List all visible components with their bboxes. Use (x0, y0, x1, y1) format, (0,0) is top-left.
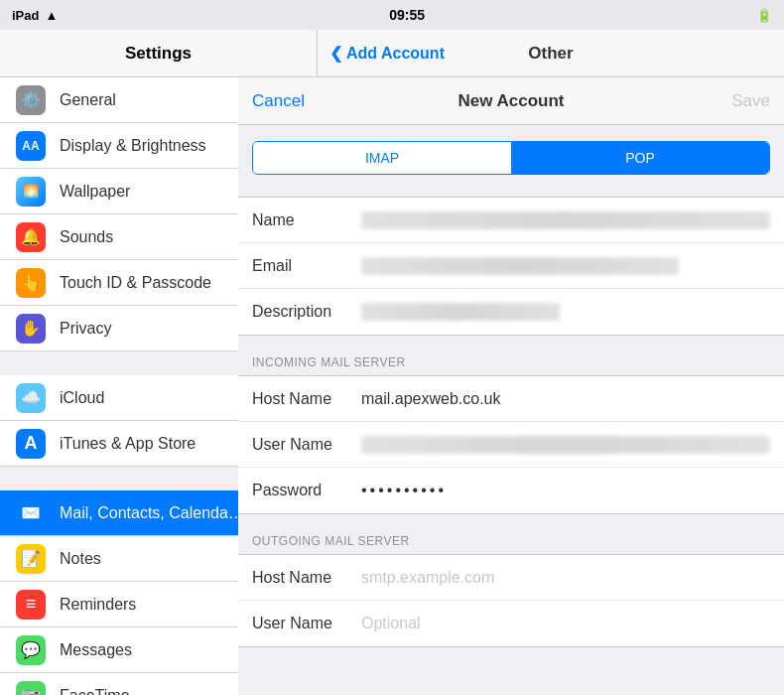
name-label: Name (252, 211, 361, 229)
save-button[interactable]: Save (731, 91, 770, 111)
add-account-back-button[interactable]: ❮ Add Account (329, 44, 445, 63)
incoming-section-label: INCOMING MAIL SERVER (238, 348, 784, 375)
general-icon: ⚙️ (16, 85, 46, 115)
modal-nav-bar: Cancel New Account Save (238, 77, 784, 125)
outgoing-section-label: OUTGOING MAIL SERVER (238, 526, 784, 554)
status-bar: iPad ▲ 09:55 🔋 (0, 0, 784, 30)
sidebar-label-general: General (60, 91, 116, 109)
wallpaper-icon: 🌅 (16, 177, 46, 207)
sidebar-label-display: Display & Brightness (60, 137, 206, 155)
sidebar-label-touchid: Touch ID & Passcode (60, 274, 211, 292)
sidebar-label-icloud: iCloud (60, 389, 104, 407)
sidebar-label-notes: Notes (60, 550, 101, 568)
outgoing-section: OUTGOING MAIL SERVER Host Name User Name (238, 526, 784, 647)
outgoing-user-input[interactable] (361, 605, 770, 642)
settings-title: Settings (125, 44, 192, 64)
outgoing-fields-group: Host Name User Name (238, 554, 784, 647)
name-row: Name (238, 198, 784, 243)
sidebar-label-facetime: FaceTime (60, 687, 130, 696)
imap-segment-button[interactable]: IMAP (253, 142, 511, 174)
name-value-blurred (361, 211, 770, 229)
incoming-pass-label: Password (252, 482, 361, 499)
incoming-pass-input[interactable] (361, 472, 770, 509)
touchid-icon: 👆 (16, 268, 46, 298)
incoming-host-row: Host Name (238, 376, 784, 422)
display-icon: AA (16, 131, 46, 161)
mail-icon: ✉️ (16, 498, 46, 528)
back-chevron-icon: ❮ (329, 44, 342, 63)
appstore-icon: A (16, 429, 46, 459)
incoming-fields-group: Host Name User Name Password (238, 375, 784, 514)
nav-right-title: Other (528, 44, 573, 64)
settings-header: Settings (0, 30, 318, 77)
sidebar-label-privacy: Privacy (60, 320, 111, 338)
email-value-blurred (361, 257, 679, 275)
account-info-group: Name Email Description (238, 197, 784, 336)
incoming-section: INCOMING MAIL SERVER Host Name User Name… (238, 348, 784, 514)
outgoing-host-row: Host Name (238, 555, 784, 601)
outgoing-host-input[interactable] (361, 559, 770, 597)
outgoing-host-label: Host Name (252, 569, 361, 587)
modal-overlay: Cancel New Account Save IMAP POP Name (238, 77, 784, 695)
incoming-user-blurred (361, 436, 770, 454)
reminders-icon: ≡ (16, 590, 46, 620)
messages-icon: 💬 (16, 635, 46, 665)
battery-area: 🔋 (756, 8, 772, 23)
sounds-icon: 🔔 (16, 222, 46, 252)
email-row: Email (238, 243, 784, 289)
sidebar-label-mail: Mail, Contacts, Calenda… (60, 504, 244, 522)
outgoing-user-label: User Name (252, 615, 361, 632)
wifi-icon: ▲ (45, 8, 58, 23)
incoming-host-label: Host Name (252, 390, 361, 408)
new-account-modal: Cancel New Account Save IMAP POP Name (238, 77, 784, 695)
description-row: Description (238, 289, 784, 335)
sidebar-label-appstore: iTunes & App Store (60, 435, 196, 453)
status-left: iPad ▲ (12, 8, 58, 23)
description-value-blurred (361, 303, 560, 321)
nav-header: ❮ Add Account Other (318, 30, 784, 77)
incoming-pass-row: Password (238, 468, 784, 513)
pop-label: POP (625, 150, 655, 166)
imap-label: IMAP (365, 150, 399, 166)
sidebar-label-sounds: Sounds (60, 228, 113, 246)
sidebar-label-messages: Messages (60, 641, 132, 659)
sidebar-label-reminders: Reminders (60, 596, 136, 614)
cancel-button[interactable]: Cancel (252, 91, 305, 111)
pop-segment-button[interactable]: POP (511, 142, 769, 174)
carrier-label: iPad (12, 8, 39, 23)
notes-icon: 📝 (16, 544, 46, 574)
back-label: Add Account (346, 45, 445, 63)
time-display: 09:55 (389, 7, 425, 23)
email-label: Email (252, 257, 361, 275)
icloud-icon: ☁️ (16, 383, 46, 413)
modal-title: New Account (457, 91, 564, 111)
facetime-icon: 📷 (16, 681, 46, 696)
privacy-icon: ✋ (16, 314, 46, 344)
account-type-segment[interactable]: IMAP POP (252, 141, 770, 175)
description-label: Description (252, 303, 361, 321)
sidebar-label-wallpaper: Wallpaper (60, 183, 130, 201)
outgoing-user-row: User Name (238, 601, 784, 646)
segment-wrap: IMAP POP (238, 125, 784, 185)
incoming-user-label: User Name (252, 436, 361, 454)
incoming-user-row: User Name (238, 422, 784, 468)
incoming-host-input[interactable] (361, 380, 770, 418)
account-info-section: Name Email Description (238, 197, 784, 336)
